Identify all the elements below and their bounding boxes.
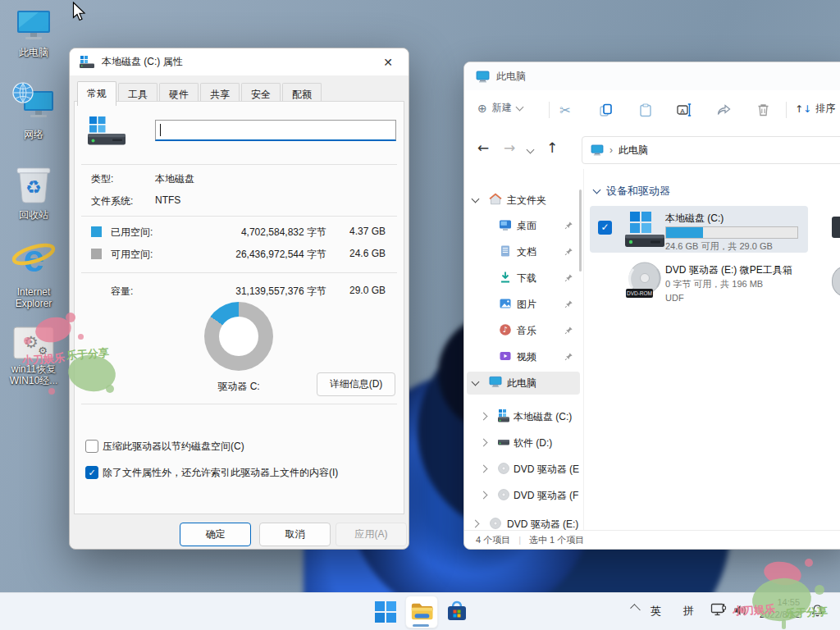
start-button[interactable] (375, 601, 396, 623)
explorer-sidebar: 主文件夹 桌面 文档 下载 图片 (464, 169, 584, 530)
desktop-icon-label: 此电脑 (1, 47, 66, 58)
chevron-right-icon[interactable] (472, 520, 480, 528)
sidebar-item-home[interactable]: 主文件夹 (464, 189, 583, 212)
taskbar-microsoft-store-button[interactable] (445, 600, 468, 623)
text-caret (160, 124, 161, 136)
desktop-icon-this-pc[interactable]: 此电脑 (1, 10, 66, 58)
drive-item-dvd-e[interactable]: DVD-ROM DVD 驱动器 (E:) 微PE工具箱 0 字节 可用，共 19… (590, 259, 808, 310)
recycle-bin-icon: ♻ (14, 162, 53, 205)
partial-drive-item-d[interactable] (832, 217, 840, 238)
share-button[interactable] (714, 100, 733, 120)
ime-pinyin-indicator[interactable]: 拼 (683, 604, 694, 619)
ok-button[interactable]: 确定 (180, 523, 251, 546)
cut-button[interactable]: ✂ (555, 100, 575, 120)
sidebar-item-drive-d[interactable]: 软件 (D:) (464, 431, 583, 454)
taskbar-file-explorer-button[interactable] (405, 596, 438, 628)
sidebar-item-dvd-f[interactable]: DVD 驱动器 (F (464, 484, 583, 507)
partial-dvd-item-f[interactable] (832, 266, 840, 297)
disk-properties-dialog: 本地磁盘 (C:) 属性 ✕ 常规 工具 硬件 共享 安全 配额 类型: 本地磁… (69, 48, 409, 550)
drive-caption: 驱动器 C: (198, 380, 280, 394)
notification-bell-icon[interactable] (810, 604, 824, 618)
copy-button[interactable] (596, 100, 615, 120)
svg-text:⚙: ⚙ (38, 345, 48, 357)
explorer-titlebar[interactable]: 此电脑 (464, 62, 840, 90)
sidebar-scrollbar[interactable] (579, 189, 582, 272)
apply-button[interactable]: 应用(A) (336, 523, 407, 546)
new-button[interactable]: ⊕ 新建 (477, 101, 523, 115)
close-icon[interactable]: ✕ (377, 56, 399, 69)
volume-label-input[interactable] (155, 120, 396, 141)
sidebar-item-drive-c[interactable]: 本地磁盘 (C:) (464, 405, 583, 428)
paste-button[interactable] (636, 100, 655, 120)
sidebar-item-downloads[interactable]: 下载 (464, 267, 583, 290)
cut-scissors-icon: ✂ (559, 103, 570, 118)
rename-icon: A (677, 103, 692, 116)
drive-windows-icon (88, 116, 127, 146)
pin-icon (564, 273, 573, 282)
pin-icon (564, 352, 573, 361)
compress-checkbox[interactable] (85, 440, 98, 453)
desktop-icon-label: win11恢复WIN10经... (1, 363, 66, 386)
cancel-button[interactable]: 取消 (259, 523, 331, 546)
group-header-devices[interactable]: 设备和驱动器 (594, 184, 670, 199)
sidebar-item-dvd-e[interactable]: DVD 驱动器 (E (464, 458, 583, 481)
back-button[interactable]: ← (477, 139, 489, 156)
dialog-titlebar[interactable]: 本地磁盘 (C:) 属性 ✕ (70, 48, 409, 75)
explorer-navbar: ← → ↑ › 此电脑 (464, 130, 840, 169)
explorer-statusbar: 4 个项目 | 选中 1 个项目 (464, 530, 840, 549)
index-checkbox[interactable]: ✓ (85, 466, 98, 479)
chevron-right-icon[interactable] (480, 413, 488, 421)
breadcrumb[interactable]: › 此电脑 (582, 136, 840, 164)
up-button[interactable]: ↑ (546, 139, 558, 156)
details-button[interactable]: 详细信息(D) (317, 372, 395, 396)
videos-icon (499, 349, 512, 363)
ime-english-indicator[interactable]: 英 (651, 604, 661, 619)
taskbar-clock[interactable]: 14:55 2022/8/12 (749, 596, 800, 621)
volume-icon[interactable] (733, 604, 747, 617)
rename-button[interactable]: A (674, 100, 694, 120)
desktop-icon-label: 回收站 (1, 209, 66, 221)
desktop-icon-internet-explorer[interactable]: e Internet Explorer (1, 236, 66, 309)
desktop-icon-network[interactable]: 网络 (1, 82, 66, 140)
forward-button[interactable]: → (504, 139, 515, 156)
chevron-right-icon[interactable] (480, 465, 488, 473)
explorer-toolbar: ⊕ 新建 ✂ A ↑↓ 排序 (464, 90, 840, 130)
svg-text:⚙: ⚙ (24, 332, 39, 352)
network-icon[interactable] (710, 603, 727, 618)
pin-icon (564, 221, 573, 230)
sidebar-item-desktop[interactable]: 桌面 (464, 214, 583, 237)
desktop-icon-label: Internet Explorer (1, 286, 66, 309)
desktop-icon-win11-restore[interactable]: ⚙⚙ win11恢复WIN10经... (1, 326, 66, 386)
breadcrumb-root[interactable]: 此电脑 (619, 144, 648, 158)
gears-icon: ⚙⚙ (13, 326, 54, 359)
sidebar-item-music[interactable]: ♪ 音乐 (464, 319, 583, 342)
windows-desktop: 此电脑 网络 ♻ 回收站 e Internet Explorer ⚙⚙ win1… (0, 0, 840, 630)
explorer-window-title: 此电脑 (496, 70, 526, 84)
desktop-icon-recycle-bin[interactable]: ♻ 回收站 (1, 162, 66, 221)
dialog-title: 本地磁盘 (C:) 属性 (102, 55, 183, 69)
disk-usage-bar (665, 226, 798, 239)
separator (81, 272, 397, 273)
pin-icon (564, 299, 573, 308)
tab-general[interactable]: 常规 (77, 81, 116, 106)
item-checkbox-checked[interactable]: ✓ (598, 221, 612, 235)
sidebar-item-this-pc[interactable]: 此电脑 (464, 372, 583, 395)
sidebar-item-videos[interactable]: 视频 (464, 345, 583, 368)
sort-arrows-icon: ↑↓ (795, 103, 811, 115)
recent-locations-chevron[interactable] (527, 146, 535, 154)
tray-time: 14:55 (749, 596, 800, 609)
chevron-right-icon[interactable] (480, 491, 488, 500)
delete-button[interactable] (753, 100, 773, 120)
desktop-folder-icon (499, 218, 512, 231)
sidebar-item-dvd-media[interactable]: DVD 驱动器 (E:) (464, 513, 583, 530)
pin-icon (564, 247, 573, 256)
chevron-down-icon[interactable] (472, 195, 480, 203)
used-space-legend-swatch (91, 226, 102, 237)
sidebar-item-pictures[interactable]: 图片 (464, 293, 583, 316)
this-pc-icon (489, 376, 502, 388)
drive-item-c[interactable]: ✓ 本地磁盘 (C:) 24.6 GB 可用，共 29.0 GB (590, 206, 808, 253)
chevron-right-icon[interactable] (480, 439, 488, 447)
svg-text:DVD-ROM: DVD-ROM (627, 290, 652, 296)
sort-button[interactable]: ↑↓ 排序 (795, 102, 835, 116)
sidebar-item-documents[interactable]: 文档 (464, 240, 583, 263)
